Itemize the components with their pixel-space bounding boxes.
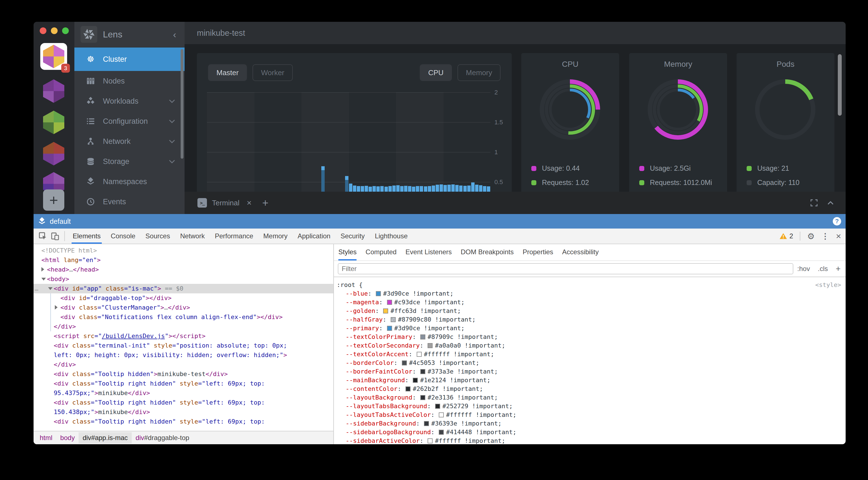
devtools-tab-lighthouse[interactable]: Lighthouse [374, 229, 408, 244]
css-selector[interactable]: :root [337, 281, 355, 288]
color-swatch[interactable] [383, 308, 388, 313]
element-classes-button[interactable]: .cls [818, 265, 828, 273]
styles-tab-accessibility[interactable]: Accessibility [562, 244, 599, 261]
zoom-window-button[interactable] [62, 27, 69, 34]
dom-tree-row[interactable]: </div> [34, 322, 333, 331]
css-variable-row[interactable]: --blue: #3d90ce !important; [337, 289, 841, 298]
color-swatch[interactable] [428, 343, 433, 348]
dom-tree-row[interactable]: <script src="/build/LensDev.js"></script… [34, 331, 333, 341]
color-swatch[interactable] [439, 412, 444, 417]
console-warnings-badge[interactable]: 2 [779, 232, 793, 240]
dom-tree-row[interactable]: <body> [34, 274, 333, 284]
dom-tree-row[interactable]: <div class="Tooltip right hidden" style=… [34, 398, 333, 417]
chevron-down-icon[interactable] [169, 139, 175, 143]
device-toolbar-icon[interactable] [51, 232, 59, 240]
terminal-fullscreen-icon[interactable] [810, 199, 818, 206]
styles-tab-computed[interactable]: Computed [366, 244, 397, 261]
css-variable-row[interactable]: --textColorPrimary: #87909c !important; [337, 333, 841, 341]
cluster-tile[interactable] [41, 79, 66, 103]
dom-tree-row[interactable]: <div class="ClusterManager">…</div> [34, 303, 333, 312]
styles-tab-event-listeners[interactable]: Event Listeners [405, 244, 452, 261]
sidebar-item-network[interactable]: Network [74, 131, 185, 151]
dom-tree-row[interactable]: <div class="terminal-init" style="positi… [34, 341, 333, 360]
dom-tree-row[interactable]: <!DOCTYPE html> [34, 246, 333, 255]
devtools-tab-network[interactable]: Network [179, 229, 206, 244]
color-swatch[interactable] [387, 326, 392, 331]
color-swatch[interactable] [405, 386, 410, 391]
css-variable-row[interactable]: --sidebarActiveColor: #ffffff !important… [337, 437, 841, 444]
dom-tree-row[interactable]: </div> [34, 360, 333, 369]
breadcrumb-item[interactable]: div#app.is-mac [79, 432, 131, 443]
color-swatch[interactable] [402, 361, 407, 366]
dom-tree-row[interactable]: <div class="Tooltip right hidden" style=… [34, 417, 333, 426]
css-variable-row[interactable]: --layoutBackground: #2e3136 !important; [337, 393, 841, 402]
terminal-collapse-icon[interactable] [827, 201, 834, 205]
breadcrumb-item[interactable]: body [56, 432, 79, 443]
sidebar-collapse-button[interactable]: ‹ [173, 29, 176, 40]
sidebar-item-namespaces[interactable]: Namespaces [74, 172, 185, 192]
close-window-button[interactable] [40, 27, 46, 34]
color-swatch[interactable] [420, 369, 425, 374]
sidebar-item-workloads[interactable]: Workloads [74, 91, 185, 111]
chevron-down-icon[interactable] [169, 119, 175, 123]
css-variable-row[interactable]: --contentColor: #262b2f !important; [337, 384, 841, 393]
dom-tree-row[interactable]: <div class="Tooltip hidden">minikube-tes… [34, 369, 333, 379]
css-variable-row[interactable]: --golden: #ffc63d !important; [337, 307, 841, 315]
cluster-tile[interactable] [41, 110, 66, 135]
css-variable-row[interactable]: --halfGray: #87909c80 !important; [337, 315, 841, 324]
styles-tab-styles[interactable]: Styles [338, 244, 356, 261]
sidebar-scrollbar[interactable] [181, 49, 183, 159]
color-swatch[interactable] [387, 300, 392, 305]
dom-tree-row[interactable]: <html lang="en"> [34, 255, 333, 265]
color-swatch[interactable] [376, 291, 381, 296]
cluster-tile[interactable]: 3 [40, 43, 67, 70]
color-swatch[interactable] [428, 438, 433, 443]
css-variable-row[interactable]: --borderColor: #4c5053 !important; [337, 358, 841, 367]
color-swatch[interactable] [435, 404, 440, 409]
inspect-element-icon[interactable] [39, 232, 47, 240]
devtools-tab-security[interactable]: Security [339, 229, 366, 244]
dom-tree-row[interactable]: <div class="Notifications flex column al… [34, 312, 333, 322]
css-variable-row[interactable]: --sidebarBackground: #36393e !important; [337, 419, 841, 428]
help-button[interactable]: ? [833, 217, 841, 226]
collapse-arrow-icon[interactable] [48, 284, 52, 294]
chevron-down-icon[interactable] [169, 160, 175, 164]
sidebar-item-events[interactable]: Events [74, 192, 185, 212]
terminal-close-icon[interactable]: × [247, 198, 252, 208]
terminal-tab[interactable]: Terminal [212, 199, 239, 207]
css-variable-row[interactable]: --textColorAccent: #ffffff !important; [337, 350, 841, 358]
cluster-tile[interactable] [41, 141, 66, 166]
collapse-arrow-icon[interactable] [41, 274, 45, 284]
color-swatch[interactable] [439, 430, 444, 435]
minimize-window-button[interactable] [51, 27, 58, 34]
toggle-element-state-button[interactable]: :hov [797, 265, 810, 273]
chevron-down-icon[interactable] [169, 99, 175, 103]
sidebar-item-storage[interactable]: Storage [74, 151, 185, 172]
color-swatch[interactable] [424, 421, 429, 426]
css-variable-row[interactable]: --layoutTabsBackground: #252729 !importa… [337, 402, 841, 410]
more-options-icon[interactable]: ⋮ [821, 232, 829, 241]
devtools-tab-console[interactable]: Console [110, 229, 136, 244]
namespace-statusbar[interactable]: default ? [34, 214, 846, 229]
settings-gear-icon[interactable]: ⚙ [807, 231, 814, 241]
style-source-link[interactable]: <style> [815, 280, 841, 289]
new-style-rule-button[interactable]: + [836, 264, 841, 274]
css-variable-row[interactable]: --primary: #3d90ce !important; [337, 324, 841, 333]
styles-tab-properties[interactable]: Properties [523, 244, 553, 261]
color-swatch[interactable] [413, 378, 418, 383]
breadcrumb-item[interactable]: div#draggable-top [132, 432, 193, 443]
devtools-tab-performance[interactable]: Performance [214, 229, 254, 244]
styles-filter-input[interactable] [338, 263, 793, 274]
dom-tree-row[interactable]: …<div id="app" class="is-mac"> == $0 [34, 284, 333, 294]
css-variable-row[interactable]: --textColorSecondary: #a0a0a0 !important… [337, 341, 841, 350]
color-swatch[interactable] [420, 395, 425, 400]
devtools-tab-elements[interactable]: Elements [71, 229, 102, 244]
color-swatch[interactable] [417, 352, 422, 357]
dom-tree-row[interactable]: <div class="Tooltip right hidden" style=… [34, 379, 333, 398]
expand-arrow-icon[interactable] [41, 265, 45, 274]
content-scrollbar[interactable] [838, 54, 842, 116]
devtools-tab-application[interactable]: Application [297, 229, 331, 244]
sidebar-item-configuration[interactable]: Configuration [74, 111, 185, 131]
dom-tree-row[interactable]: <div id="draggable-top"></div> [34, 294, 333, 303]
sidebar-item-cluster[interactable]: ☸Cluster [74, 47, 185, 71]
